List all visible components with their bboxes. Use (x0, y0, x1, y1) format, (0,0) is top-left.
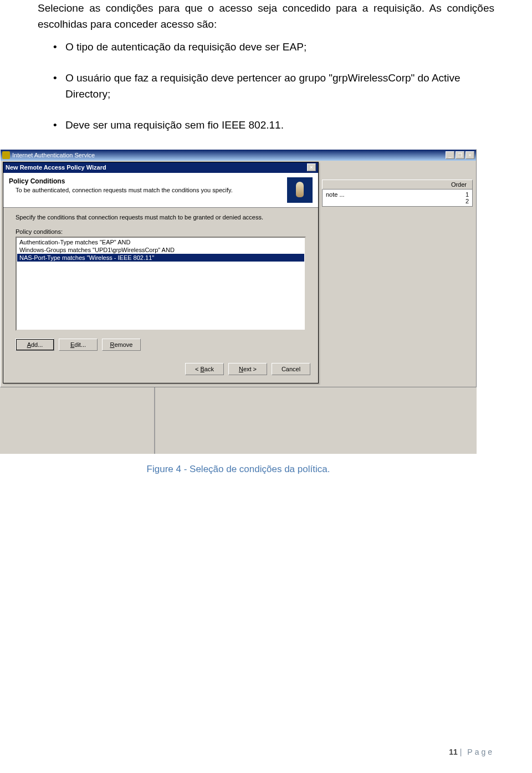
cancel-button[interactable]: Cancel (272, 363, 310, 375)
close-button[interactable]: × (466, 151, 474, 159)
wizard-subheading: To be authenticated, connection requests… (9, 187, 283, 193)
page-footer: 11 | Page (449, 748, 494, 756)
back-button[interactable]: < Back (185, 363, 224, 375)
mmc-title-text: Internet Authentication Service (12, 152, 95, 158)
app-icon (2, 151, 10, 159)
policy-row[interactable]: note ...1 (326, 191, 469, 198)
wizard-dialog: New Remote Access Policy Wizard × Policy… (3, 162, 319, 383)
edit-button[interactable]: Edit... (59, 339, 98, 351)
wizard-instruction: Specify the conditions that connection r… (16, 213, 306, 222)
condition-row[interactable]: Windows-Groups matches "UPD1\grpWireless… (17, 246, 304, 254)
restore-button[interactable]: ❐ (456, 151, 464, 159)
policy-list-panel: Order note ...1 2 (322, 180, 473, 207)
add-button[interactable]: Add... (16, 339, 54, 351)
wizard-close-button[interactable]: × (307, 163, 316, 171)
wizard-banner-icon (287, 177, 313, 203)
wizard-heading: Policy Conditions (9, 177, 283, 185)
next-button[interactable]: Next > (228, 363, 267, 375)
bullet-item: Deve ser uma requisição sem fio IEEE 802… (53, 117, 494, 134)
bullet-item: O usuário que faz a requisição deve pert… (53, 70, 494, 102)
mmc-window: Internet Authentication Service _ ❐ × Ne… (0, 149, 477, 387)
condition-row-selected[interactable]: NAS-Port-Type matches "Wireless - IEEE 8… (17, 254, 304, 262)
order-column-header[interactable]: Order (451, 181, 467, 188)
bullet-item: O tipo de autenticação da requisição dev… (53, 39, 494, 55)
wizard-titlebar[interactable]: New Remote Access Policy Wizard × (3, 162, 318, 173)
conditions-listbox[interactable]: Authentication-Type matches "EAP" AND Wi… (16, 237, 306, 331)
policy-row[interactable]: 2 (326, 198, 469, 204)
figure-caption: Figure 4 - Seleção de condições da polít… (0, 464, 477, 475)
mmc-lower-pane (0, 387, 477, 454)
condition-row[interactable]: Authentication-Type matches "EAP" AND (17, 238, 304, 246)
mmc-titlebar[interactable]: Internet Authentication Service _ ❐ × (1, 150, 476, 161)
conditions-label: Policy conditions: (16, 228, 306, 235)
remove-button[interactable]: Remove (102, 339, 141, 351)
wizard-title-text: New Remote Access Policy Wizard (6, 164, 106, 171)
minimize-button[interactable]: _ (446, 151, 454, 159)
intro-paragraph: Selecione as condições para que o acesso… (38, 0, 494, 33)
